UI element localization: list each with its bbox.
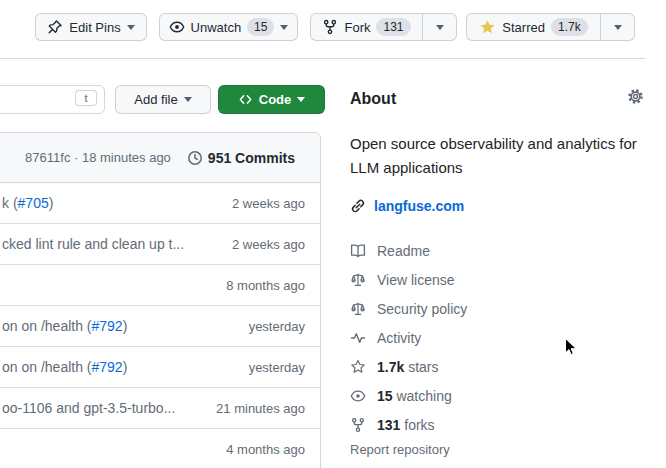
about-link-label: 1.7k stars [377,359,438,375]
file-row: k (#705) 2 weeks ago [0,183,320,224]
readme-link[interactable]: Readme [350,236,652,265]
forks-link[interactable]: 131 forks [350,410,652,439]
pulse-icon [350,330,366,346]
code-label: Code [259,92,292,107]
latest-commit-sha[interactable]: 87611fc · 18 minutes ago [25,150,171,165]
star-icon [350,359,366,375]
unwatch-label: Unwatch [191,20,242,35]
forks-count: 131 [376,18,410,36]
stars-count: 1.7k [551,18,588,36]
about-links: Readme View license Security policy Acti… [350,236,652,457]
eye-icon [350,388,366,404]
gear-icon [627,88,644,105]
header-divider [0,58,645,59]
add-file-button[interactable]: Add file [115,85,211,114]
starred-label: Starred [502,20,545,35]
law-icon [350,272,366,288]
chevron-down-icon [280,25,288,30]
commit-message[interactable]: on on /health (#792) [2,318,127,334]
fork-icon [322,19,338,35]
file-row: 8 months ago [0,265,320,306]
latest-commit-bar: 87611fc · 18 minutes ago 951 Commits [0,133,320,183]
fork-icon [350,417,366,433]
commit-age[interactable]: 4 months ago [226,442,305,457]
about-title: About [350,90,652,108]
unwatch-button[interactable]: Unwatch 15 [159,13,298,41]
repo-website-link[interactable]: langfuse.com [374,198,464,214]
issue-link[interactable]: #792 [92,318,123,334]
commit-age[interactable]: 2 weeks ago [232,237,305,252]
security-policy-link[interactable]: Security policy [350,294,652,323]
star-icon [479,19,496,36]
about-link-label: Readme [377,243,430,259]
commit-age[interactable]: yesterday [249,360,305,375]
law-icon [350,301,366,317]
commit-message[interactable]: on on /health (#792) [2,359,127,375]
about-panel: About Open source observability and anal… [350,90,652,457]
code-button[interactable]: Code [218,85,325,114]
fork-button-group: Fork 131 [310,13,457,41]
commit-message[interactable]: oo-1106 and gpt-3.5-turbo... [2,400,175,416]
history-icon [187,150,203,166]
report-repository-link[interactable]: Report repository [350,442,652,457]
about-link-label: Activity [377,330,421,346]
commit-history-link[interactable]: 951 Commits [187,150,295,166]
file-row: on on /health (#792) yesterday [0,306,320,347]
file-row: cked lint rule and clean up t... 2 weeks… [0,224,320,265]
about-link-label: View license [377,272,455,288]
watching-link[interactable]: 15 watching [350,381,652,410]
about-link-label: 131 forks [377,417,435,433]
commit-age[interactable]: yesterday [249,319,305,334]
repo-website-row: langfuse.com [350,198,652,214]
edit-pins-label: Edit Pins [69,20,120,35]
chevron-down-icon [297,97,305,102]
edit-about-button[interactable] [627,88,644,108]
shortcut-key-badge: t [75,90,97,106]
message-text: k ( [2,195,18,211]
message-text: on on /health ( [2,318,92,334]
watchers-count: 15 [247,18,274,36]
message-text: ) [123,318,128,334]
link-icon [350,198,366,214]
go-to-file-input[interactable]: t [0,85,105,114]
add-file-label: Add file [134,92,177,107]
starred-button[interactable]: Starred 1.7k [467,14,600,40]
chevron-down-icon [436,25,444,30]
message-text: ) [123,359,128,375]
pin-icon [47,19,63,35]
message-text: on on /health ( [2,359,92,375]
view-license-link[interactable]: View license [350,265,652,294]
commit-age[interactable]: 8 months ago [226,278,305,293]
fork-dropdown-button[interactable] [422,14,456,40]
commit-age[interactable]: 2 weeks ago [232,196,305,211]
code-icon [238,92,253,107]
book-icon [350,243,366,259]
chevron-down-icon [614,25,622,30]
commit-message[interactable]: k (#705) [2,195,53,211]
fork-label: Fork [344,20,370,35]
repo-description: Open source observability and analytics … [350,132,652,180]
chevron-down-icon [127,25,135,30]
chevron-down-icon [184,97,192,102]
commit-message[interactable]: cked lint rule and clean up t... [2,236,184,252]
starred-button-group: Starred 1.7k [466,13,635,41]
file-row: oo-1106 and gpt-3.5-turbo... 21 minutes … [0,388,320,429]
message-text: cked lint rule and clean up t... [2,236,184,252]
file-row: 4 months ago [0,429,320,468]
stars-link[interactable]: 1.7k stars [350,352,652,381]
eye-icon [169,19,185,35]
commits-count-label: 951 Commits [208,150,295,166]
edit-pins-button[interactable]: Edit Pins [35,13,147,41]
issue-link[interactable]: #792 [92,359,123,375]
activity-link[interactable]: Activity [350,323,652,352]
about-link-label: Security policy [377,301,467,317]
fork-button[interactable]: Fork 131 [311,14,422,40]
file-table: 87611fc · 18 minutes ago 951 Commits k (… [0,132,321,468]
about-link-label: 15 watching [377,388,452,404]
message-text: oo-1106 and gpt-3.5-turbo... [2,400,175,416]
file-row: on on /health (#792) yesterday [0,347,320,388]
commit-age[interactable]: 21 minutes ago [216,401,305,416]
issue-link[interactable]: #705 [18,195,49,211]
message-text: ) [49,195,54,211]
star-dropdown-button[interactable] [600,14,634,40]
